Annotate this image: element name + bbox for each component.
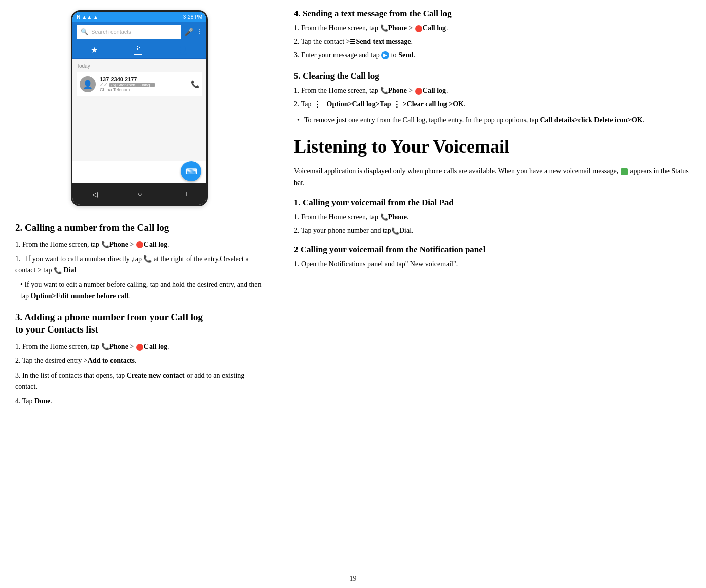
vm-section1-heading: 1. Calling your voicemail from the Dial … (294, 197, 691, 209)
calllog-icon-inline (136, 241, 143, 248)
fab-dialpad-button[interactable]: ⌨ (181, 161, 201, 181)
section2-heading: 2. Calling a number from the Call log (15, 222, 264, 234)
page-container: N ▲▲ ▲ 3:28 PM 🔍 Search contacts 🎤 ⋮ (0, 0, 706, 588)
vm-section2-heading: 2 Calling your voicemail from the Notifi… (294, 244, 691, 256)
vm-section1-step2: 2. Tap your phone number and tap📞Dial. (294, 225, 691, 236)
section3: 3. Adding a phone number from your Call … (15, 311, 264, 407)
send-icon: ▶ (381, 51, 389, 59)
network-icon: N (77, 14, 80, 20)
section4-step2: 2. Tap the contact >☰Send text message. (294, 36, 691, 47)
recents-button[interactable]: □ (182, 190, 186, 198)
phone-tabs: ★ ⏱ 👤 (72, 42, 206, 59)
section3-step2: 2. Tap the desired entry >Add to contact… (15, 355, 264, 366)
section4-step3: 3. Enter your message and tap ▶ to Send. (294, 50, 691, 61)
phone-icon-inline2: 📞 (143, 254, 152, 265)
phone-icon-s5: 📞 (380, 86, 388, 96)
today-label: Today (77, 63, 202, 69)
phone-content: Today 👤 137 2340 2177 ✓✓ (6) Shenzhen, G… (72, 59, 206, 161)
section4: 4. Sending a text message from the Call … (294, 8, 691, 61)
vm-section2: 2 Calling your voicemail from the Notifi… (294, 244, 691, 270)
calllog-icon-s4 (415, 25, 422, 32)
phone-nav-bar: ◁ ○ □ (72, 183, 206, 205)
section5-step1: 1. From the Home screen, tap 📞Phone > Ca… (294, 85, 691, 96)
status-time: 3:28 PM (183, 14, 202, 20)
voicemail-intro: Voicemail application is displayed only … (294, 166, 691, 189)
vm-section2-step1: 1. Open the Notifications panel and tap"… (294, 259, 691, 270)
phone-mockup: N ▲▲ ▲ 3:28 PM 🔍 Search contacts 🎤 ⋮ (71, 10, 208, 206)
check-marks: ✓✓ (100, 82, 108, 87)
contact-row[interactable]: 👤 137 2340 2177 ✓✓ (6) Shenzhen, Guang..… (77, 72, 202, 96)
section5: 5. Clearing the Call log 1. From the Hom… (294, 70, 691, 126)
signal-icon: ▲▲ (82, 14, 92, 20)
tab-recents[interactable]: ⏱ (134, 45, 142, 55)
contact-number: 137 2340 2177 (100, 76, 187, 82)
search-placeholder-text: Search contacts (91, 29, 131, 35)
phone-fab-container: ⌨ (72, 161, 206, 181)
section4-step1: 1. From the Home screen, tap 📞Phone > Ca… (294, 23, 691, 34)
dots-icon-2: ⋮ (393, 98, 401, 112)
tab-contacts[interactable]: 👤 (178, 45, 188, 55)
phone-empty-area (77, 96, 202, 157)
dialpad-icon: ⌨ (185, 167, 197, 176)
phone-search-input[interactable]: 🔍 Search contacts (77, 25, 181, 39)
phone-search-icons: 🎤 ⋮ (184, 28, 202, 36)
phone-icon-inline: 📞 (101, 240, 109, 250)
section3-step3: 3. In the list of contacts that opens, t… (15, 370, 264, 393)
contact-info: 137 2340 2177 ✓✓ (6) Shenzhen, Guang... … (100, 76, 187, 92)
section4-heading: 4. Sending a text message from the Call … (294, 8, 691, 20)
tab-favorites[interactable]: ★ (91, 45, 98, 55)
menu-icon: ⋮ (196, 28, 202, 36)
left-column: N ▲▲ ▲ 3:28 PM 🔍 Search contacts 🎤 ⋮ (0, 0, 284, 588)
phone-status-bar: N ▲▲ ▲ 3:28 PM (72, 12, 206, 22)
calllog-icon-s3 (136, 344, 143, 351)
vm-section1: 1. Calling your voicemail from the Dial … (294, 197, 691, 237)
contact-sub: ✓✓ (6) Shenzhen, Guang... (100, 82, 187, 87)
contact-avatar: 👤 (80, 76, 96, 92)
left-text-content: 2. Calling a number from the Call log 1.… (10, 222, 269, 407)
search-icon: 🔍 (81, 28, 88, 35)
call-badge: (6) Shenzhen, Guang... (109, 83, 155, 87)
phone-icon-inline3: 📞 (54, 266, 62, 276)
page-number: 19 (350, 575, 357, 583)
phone-status-left: N ▲▲ ▲ (77, 14, 98, 20)
call-icon[interactable]: 📞 (191, 80, 199, 89)
calllog-icon-s5 (415, 88, 422, 95)
section5-bullet: To remove just one entry from the Call l… (304, 115, 691, 126)
phone-search-bar: 🔍 Search contacts 🎤 ⋮ (72, 22, 206, 42)
section3-step4: 4. Tap Done. (15, 396, 264, 407)
mic-icon: 🎤 (184, 28, 193, 36)
phone-icon-vm2: 📞 (391, 226, 399, 237)
section5-step2: 2. Tap ⋮ Option>Call log>Tap ⋮ >Clear ca… (294, 98, 691, 112)
voicemail-icon (621, 168, 628, 175)
voicemail-heading: Listening to Your Voicemail (294, 136, 691, 158)
section3-step1: 1. From the Home screen, tap 📞Phone > Ca… (15, 341, 264, 352)
section3-heading: 3. Adding a phone number from your Call … (15, 311, 264, 336)
phone-icon-s4: 📞 (380, 23, 388, 34)
section2-step2: 1. If you want to call a number directly… (15, 253, 264, 276)
contact-carrier: China Telecom (100, 87, 187, 92)
section5-heading: 5. Clearing the Call log (294, 70, 691, 82)
wifi-icon: ▲ (93, 14, 98, 20)
right-column: 4. Sending a text message from the Call … (284, 0, 706, 588)
home-button[interactable]: ○ (138, 190, 142, 198)
vm-section1-step1: 1. From the Home screen, tap 📞Phone. (294, 212, 691, 223)
section2-step1: 1. From the Home screen, tap 📞Phone > Ca… (15, 239, 264, 250)
back-button[interactable]: ◁ (92, 190, 98, 199)
section2-bullet: • If you want to edit a number before ca… (20, 279, 264, 302)
dots-icon-1: ⋮ (313, 98, 321, 112)
phone-icon-vm1: 📞 (380, 212, 388, 223)
phone-icon-s3: 📞 (101, 342, 109, 352)
voicemail-section: Listening to Your Voicemail Voicemail ap… (294, 136, 691, 270)
section2: 2. Calling a number from the Call log 1.… (15, 222, 264, 302)
